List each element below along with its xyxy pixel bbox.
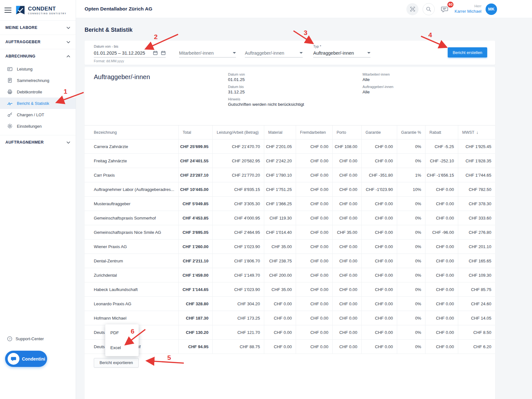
- chevron-down-icon: [66, 141, 70, 144]
- cell-garantie-prozent: 0%: [397, 340, 425, 354]
- column-header-garantie[interactable]: Garantie %: [397, 125, 425, 139]
- cell-bezeichnung: Carr Praxis: [85, 168, 178, 182]
- cell-garantie: CHF 0.00: [361, 240, 397, 254]
- info-label: Datum von: [228, 72, 304, 76]
- cell-total: CHF 25'699.95: [178, 139, 212, 154]
- sidebar-item-chargen-lot[interactable]: Chargen / LOT: [0, 109, 76, 120]
- cell-porto: CHF 0.00: [332, 154, 361, 168]
- column-header-rabatt[interactable]: Rabatt: [425, 125, 458, 139]
- qr-scan-icon[interactable]: [406, 3, 418, 15]
- condentini-chat-button[interactable]: Condentini: [5, 351, 47, 367]
- cell-material: CHF 35.00: [264, 240, 296, 254]
- cell-porto: CHF 0.00: [332, 311, 361, 325]
- cell-mwst: CHF 1'744.65: [458, 168, 495, 182]
- table-row[interactable]: Carr PraxisCHF 23'287.10CHF 21'770.20CHF…: [85, 168, 495, 182]
- column-header-bezeichnung[interactable]: Bezeichnung: [85, 125, 178, 139]
- typ-select[interactable]: Typ * Auftraggeber/-innen: [313, 44, 370, 57]
- table-row[interactable]: Habeck LaufkundschaftCHF 1'144.65CHF 1'0…: [85, 282, 495, 297]
- cell-total: CHF 23'287.10: [178, 168, 212, 182]
- cell-garantie-prozent: 0%: [397, 254, 425, 268]
- table-row[interactable]: Gemeinschaftspraxis SommerhofCHF 4'453.8…: [85, 211, 495, 225]
- sidebar-item-label: Bericht & Statistik: [17, 101, 49, 106]
- column-header-material[interactable]: Material: [264, 125, 296, 139]
- page-title: Bericht & Statistik: [85, 27, 133, 33]
- column-header-porto[interactable]: Porto: [332, 125, 361, 139]
- notification-badge: 60: [447, 1, 454, 8]
- table-row[interactable]: ZurichdentalCHF 1'459.00CHF 1'149.70CHF …: [85, 268, 495, 282]
- mitarbeiter-select[interactable]: Mitarbeiter/-innen: [179, 44, 236, 57]
- table-row[interactable]: Freitag ZahnärzteCHF 24'401.55CHF 20'582…: [85, 154, 495, 168]
- cell-bezeichnung: Habeck Laufkundschaft: [85, 282, 178, 297]
- support-center-link[interactable]: ? Support-Center: [0, 334, 76, 343]
- column-header-fremdarbeiten[interactable]: Fremdarbeiten: [296, 125, 332, 139]
- bericht-erstellen-button[interactable]: Bericht erstellen: [448, 47, 487, 57]
- cell-bezeichnung: Carrera Zahnärzte: [85, 139, 178, 154]
- chevron-down-icon: [66, 41, 70, 43]
- table-row[interactable]: Gemeinschaftspraxis Nice Smile AGCHF 3'6…: [85, 225, 495, 240]
- cell-porto: CHF 108.00: [332, 139, 361, 154]
- cell-material: CHF 0.00: [264, 311, 296, 325]
- info-label: Mitarbeiter/-innen: [363, 72, 393, 76]
- sidebar-section-meine-labore[interactable]: MEINE LABORE: [0, 20, 76, 35]
- cell-rabatt: CHF 0.00: [425, 297, 458, 311]
- calendar-to-icon[interactable]: [161, 51, 166, 55]
- column-header-leistung-arbeit-betrag[interactable]: Leistung/Arbeit (Betrag): [212, 125, 264, 139]
- calendar-from-icon[interactable]: [153, 51, 158, 55]
- table-row[interactable]: DeutsCHF 130.20CHF 121.70CHF 0.00CHF 0.0…: [85, 325, 495, 340]
- date-range-field[interactable]: Datum von - bis 01.01.2025 – 31.12.2025 …: [94, 44, 166, 63]
- info-value: Alle: [363, 90, 393, 94]
- table-row[interactable]: DeutsifCHF 94.95CHF 88.75CHF 0.00CHF 0.0…: [85, 340, 495, 354]
- search-icon[interactable]: [423, 3, 435, 15]
- table-row[interactable]: Auftragnehmer Labor (Auftraggeberadres..…: [85, 182, 495, 197]
- cell-leistung-arbeit: CHF 3'305.30: [212, 197, 264, 211]
- sidebar-item-debitkontrolle[interactable]: Debitkontrolle: [0, 86, 76, 98]
- cell-garantie-prozent: 0%: [397, 268, 425, 282]
- auftraggeber-select[interactable]: Auftraggeber/-innen: [245, 44, 303, 57]
- cell-leistung-arbeit: CHF 1'149.70: [212, 268, 264, 282]
- column-header-garantie[interactable]: Garantie: [361, 125, 397, 139]
- cell-porto: CHF 0.00: [332, 240, 361, 254]
- info-pair: Datum bis31.12.25: [228, 85, 304, 94]
- sidebar-section-auftraggeber[interactable]: AUFTRAGGEBER: [0, 35, 76, 49]
- cell-leistung-arbeit: CHF 2'464.95: [212, 225, 264, 240]
- table-row[interactable]: Leonardo Praxis AGCHF 328.80CHF 304.20CH…: [85, 297, 495, 311]
- cell-porto: CHF 0.00: [332, 211, 361, 225]
- table-row[interactable]: Wiener Praxis AGCHF 1'260.00CHF 1'023.90…: [85, 240, 495, 254]
- column-header-mwst[interactable]: MWST↓: [458, 125, 495, 139]
- export-menu-item-pdf[interactable]: PDF: [105, 325, 139, 340]
- cell-fremdarbeiten: CHF 0.00: [296, 168, 332, 182]
- cell-total: CHF 1'144.65: [178, 282, 212, 297]
- cell-garantie: CHF -1'023.90: [361, 182, 397, 197]
- user-menu[interactable]: Herr Karrer Michael: [454, 4, 481, 14]
- report-section: Auftraggeber/-innen Datum von01.01.25Dat…: [85, 67, 495, 399]
- messages-icon[interactable]: 60: [439, 3, 450, 15]
- cell-porto: CHF 0.00: [332, 168, 361, 182]
- column-header-total[interactable]: Total: [178, 125, 212, 139]
- sidebar-section-abrechnung[interactable]: ABRECHNUNG: [0, 49, 76, 63]
- bericht-exportieren-button[interactable]: Bericht exportieren: [94, 358, 139, 368]
- cell-total: CHF 1'260.00: [178, 240, 212, 254]
- avatar[interactable]: MK: [486, 3, 497, 15]
- export-menu-item-excel[interactable]: Excel: [105, 340, 139, 355]
- sidebar-section-auftragnehmer[interactable]: AUFTRAGNEHMER: [0, 135, 76, 149]
- table-row[interactable]: Dental-ZentrumCHF 2'211.10CHF 1'806.70CH…: [85, 254, 495, 268]
- sidebar-item-label: Einstellungen: [17, 124, 42, 129]
- cell-porto: CHF 35.00: [332, 225, 361, 240]
- info-pair: Mitarbeiter/-innenAlle: [363, 72, 393, 82]
- question-circle-icon: ?: [7, 336, 12, 342]
- sidebar-item-leistung[interactable]: Leistung: [0, 63, 76, 75]
- cell-total: CHF 10'445.00: [178, 182, 212, 197]
- cell-bezeichnung: Auftragnehmer Labor (Auftraggeberadres..…: [85, 182, 178, 197]
- sidebar-item-bericht-statistik[interactable]: Bericht & Statistik: [0, 98, 76, 109]
- sort-desc-icon: ↓: [476, 130, 479, 135]
- sidebar-item-einstellungen[interactable]: Einstellungen: [0, 120, 76, 132]
- header-actions: 60 Herr Karrer Michael MK: [406, 0, 532, 18]
- cell-leistung-arbeit: CHF 8'935.15: [212, 182, 264, 197]
- table-row[interactable]: MusterauftraggeberCHF 5'049.85CHF 3'305.…: [85, 197, 495, 211]
- table-row[interactable]: Hofmann MichaelCHF 187.30CHF 173.25CHF 0…: [85, 311, 495, 325]
- sidebar-item-sammelrechnung[interactable]: Sammelrechnung: [0, 75, 76, 86]
- cell-rabatt: CHF -252.10: [425, 154, 458, 168]
- sidebar-nav: MEINE LABORE AUFTRAGGEBER ABRECHNUNG Lei…: [0, 20, 76, 149]
- table-row[interactable]: Carrera ZahnärzteCHF 25'699.95CHF 21'470…: [85, 139, 495, 154]
- hamburger-menu-icon[interactable]: [4, 8, 11, 13]
